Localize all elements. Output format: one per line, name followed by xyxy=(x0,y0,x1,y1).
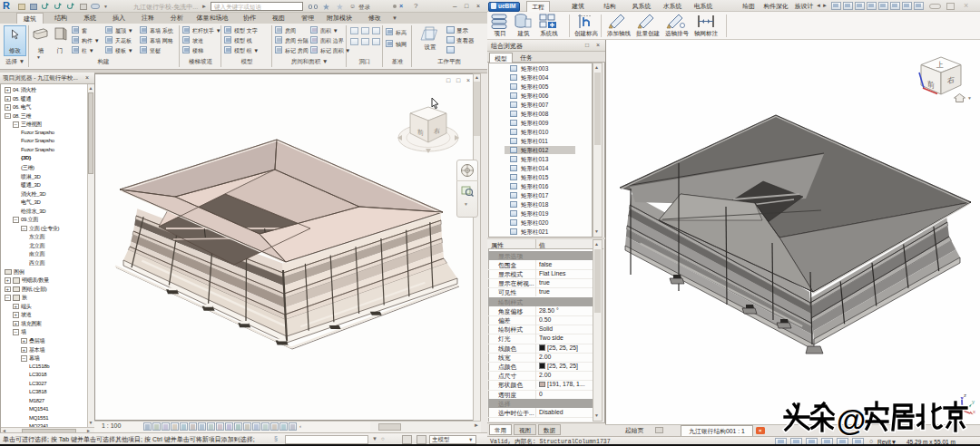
svg-text:@: @ xyxy=(837,403,866,437)
svg-text:上: 上 xyxy=(936,61,944,69)
